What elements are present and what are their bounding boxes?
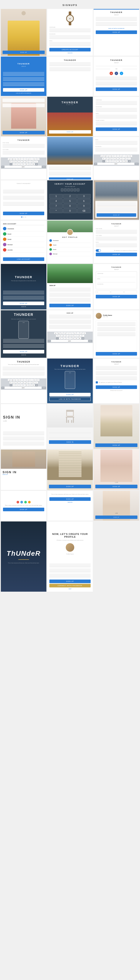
avatar-form-btn[interactable]: SIGN UP	[96, 352, 137, 356]
key-f2[interactable]: F	[19, 161, 22, 163]
signup-mountain-btn[interactable]: SIGN UP	[49, 177, 91, 180]
key-i4[interactable]: I	[76, 332, 80, 334]
field-pd-1[interactable]	[3, 339, 44, 343]
key-r4[interactable]: R	[64, 332, 67, 334]
key-b2[interactable]: B	[25, 163, 28, 165]
key-u4[interactable]: U	[73, 332, 76, 334]
key-u5[interactable]: U	[27, 379, 30, 381]
key-return5[interactable]: return	[42, 387, 46, 389]
key-g3[interactable]: G	[115, 158, 118, 160]
field-username[interactable]	[49, 28, 91, 32]
key-return2[interactable]: return	[42, 165, 46, 168]
key-return3[interactable]: return	[135, 163, 139, 165]
field-d3[interactable]	[3, 202, 44, 206]
key-space4[interactable]: space	[51, 340, 88, 342]
signup-tagline-btn[interactable]: SIGN UP	[3, 302, 44, 305]
facebook-icon[interactable]: f	[115, 72, 118, 75]
key-v3[interactable]: V	[115, 160, 118, 162]
key-t2[interactable]: T	[21, 158, 24, 160]
field-forest-1[interactable]	[49, 288, 91, 291]
key-j3[interactable]: J	[121, 158, 124, 160]
key-o3[interactable]: O	[126, 155, 129, 157]
key-q4[interactable]: Q	[54, 332, 57, 334]
key-i3[interactable]: I	[123, 155, 126, 157]
profile-item-5[interactable]: Jennifer	[3, 247, 44, 253]
key-a5[interactable]: A	[10, 382, 12, 383]
field-kb4-3[interactable]	[49, 325, 91, 329]
field-af-1[interactable]	[97, 322, 135, 326]
key-z5[interactable]: Z	[13, 384, 16, 386]
key-m3[interactable]: M	[125, 160, 127, 162]
key-u2[interactable]: U	[27, 158, 30, 160]
key-space3[interactable]: space	[97, 163, 134, 165]
key-w5[interactable]: W	[11, 379, 14, 381]
thunder-desc-dark-btn2[interactable]: LOG IN WITH FACEBOOK	[49, 397, 91, 401]
key-i2[interactable]: I	[30, 158, 33, 160]
field-rock-2[interactable]	[97, 207, 136, 211]
signup-btn-6[interactable]: SIGN UP	[96, 253, 137, 256]
field-si-2[interactable]	[3, 436, 44, 440]
key-s3[interactable]: S	[105, 158, 108, 160]
key-g4[interactable]: G	[69, 335, 72, 337]
toggle-1[interactable]	[96, 249, 101, 252]
field-si-3[interactable]	[3, 442, 44, 445]
create-profile-link[interactable]: SKIP	[49, 588, 91, 590]
key-c3[interactable]: C	[112, 160, 115, 162]
key-e3[interactable]: E	[107, 155, 110, 157]
key-v2[interactable]: V	[22, 163, 25, 165]
key-e2[interactable]: E	[14, 158, 17, 160]
key-x4[interactable]: X	[62, 337, 65, 339]
key-h5[interactable]: H	[25, 382, 28, 383]
key-r2[interactable]: R	[18, 158, 20, 160]
field-tag-1[interactable]	[3, 291, 44, 294]
key-h4[interactable]: H	[72, 335, 75, 337]
key-l5[interactable]: L	[35, 382, 38, 383]
key-h2[interactable]: H	[25, 161, 28, 163]
field-l-name[interactable]	[96, 237, 137, 240]
checkbox-item-1[interactable]: By signing up, you agree to our Terms of…	[96, 381, 137, 383]
key-shift3[interactable]: ⇧	[102, 160, 105, 162]
google-icon[interactable]: G	[110, 72, 113, 75]
key-f5[interactable]: F	[19, 382, 22, 383]
num-6[interactable]: 6	[77, 199, 91, 203]
profile-item-4[interactable]: Michael	[3, 242, 44, 247]
key-w2[interactable]: W	[11, 158, 14, 160]
key-z3[interactable]: Z	[105, 160, 108, 162]
key-g5[interactable]: G	[22, 382, 25, 383]
profile-item-2[interactable]: David	[3, 231, 44, 237]
field-email-3[interactable]	[96, 115, 137, 118]
link-account-btn[interactable]: LINK ACCOUNT	[3, 257, 44, 261]
num-star[interactable]: *	[49, 208, 63, 213]
key-m4[interactable]: M	[78, 337, 81, 339]
field-email-social[interactable]	[96, 76, 137, 80]
phone-dark-btn[interactable]: SIGN UP	[3, 350, 44, 353]
field-tkb-1[interactable]	[3, 366, 45, 370]
key-d3[interactable]: D	[109, 158, 111, 160]
key-shift5[interactable]: ⇧	[10, 384, 12, 386]
key-c5[interactable]: C	[19, 384, 22, 386]
key-p5[interactable]: P	[37, 379, 39, 381]
field-f-name[interactable]	[96, 230, 137, 234]
key-n5[interactable]: N	[29, 384, 32, 386]
field-kb4-2[interactable]	[49, 320, 91, 323]
num-3[interactable]: 3	[77, 194, 91, 199]
ep-item-1[interactable]: Anastasia	[49, 239, 91, 243]
key-n4[interactable]: N	[75, 337, 78, 339]
key-delete5[interactable]: ⌫	[35, 384, 38, 386]
create-profile-btn[interactable]: SIGN UP	[49, 579, 91, 583]
key-b5[interactable]: B	[25, 384, 28, 386]
field-w1[interactable]	[3, 99, 45, 102]
field-af-2[interactable]	[97, 327, 135, 331]
num-2[interactable]: 2	[63, 194, 76, 199]
fashion2-btn[interactable]: SIGN UP	[49, 485, 91, 488]
signup-social-btn[interactable]: SIGN UP	[96, 88, 137, 91]
key-v5[interactable]: V	[22, 384, 25, 386]
key-v4[interactable]: V	[69, 337, 72, 339]
key-return4[interactable]: return	[88, 340, 92, 342]
field-chair-1[interactable]	[49, 429, 91, 433]
key-123-2[interactable]: 123	[1, 165, 4, 168]
ep-item-3[interactable]: David	[49, 247, 91, 252]
field-rock-1[interactable]	[97, 202, 136, 206]
key-p4[interactable]: P	[83, 332, 86, 334]
field-d1[interactable]	[3, 189, 44, 193]
